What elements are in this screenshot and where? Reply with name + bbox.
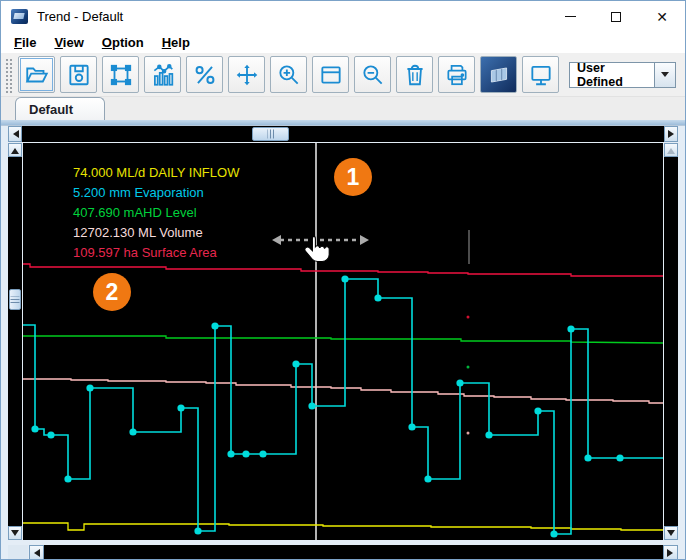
combobox-dropdown-button[interactable] [655,62,676,88]
zoom-in-button[interactable] [270,56,307,93]
legend-daily-inflow: 74.000 ML/d DAILY INFLOW [73,163,239,183]
minimize-button[interactable] [547,1,593,32]
window-icon [318,62,344,88]
callout-1-badge: 1 [334,158,372,196]
legend-level: 407.690 mAHD Level [73,203,239,223]
app-icon [11,9,28,24]
vscroll-left-thumb[interactable] [9,289,21,310]
map-view-button[interactable] [480,56,517,93]
legend-volume: 12702.130 ML Volume [73,223,239,243]
toolbar-grip[interactable] [4,57,12,93]
evaporation-marker-dot [227,450,234,457]
close-icon: ✕ [656,10,668,24]
preset-combobox[interactable]: User Defined [569,62,676,88]
vscroll-right-track[interactable] [664,157,678,526]
arrow-left-icon [9,130,19,138]
evaporation-marker-dot [86,384,93,391]
pan-icon [234,62,260,88]
legend-evaporation: 5.200 mm Evaporation [73,183,239,203]
open-button[interactable] [18,56,55,93]
hscroll-top-track[interactable] [22,126,664,142]
zoom-window-button[interactable] [102,56,139,93]
evaporation-marker-dot [584,454,591,461]
vscroll-left-track[interactable] [8,157,22,526]
printer-icon [444,62,470,88]
pan-button[interactable] [228,56,265,93]
hscroll-top-left-arrow[interactable] [8,126,22,142]
monitor-view-button[interactable] [522,56,559,93]
zoom-out-button[interactable] [354,56,391,93]
evaporation-marker-dot [456,379,463,386]
evaporation-marker-dot [374,294,381,301]
vscroll-right-up-arrow[interactable] [664,143,678,157]
save-button[interactable] [60,56,97,93]
evaporation-marker-dot [424,475,431,482]
arrow-right-icon [668,130,678,138]
evaporation-marker-dot [129,428,136,435]
evaporation-marker-dot [31,425,38,432]
evaporation-marker-dot [550,530,557,537]
new-window-button[interactable] [312,56,349,93]
trash-icon [402,62,428,88]
evaporation-marker-dot [47,431,54,438]
menu-option[interactable]: Option [93,35,153,50]
evaporation-marker-dot [534,407,541,414]
menu-file[interactable]: File [5,35,45,50]
percent-icon [192,62,218,88]
save-icon [66,62,92,88]
arrow-down-icon [667,530,675,540]
chart-frame: 74.000 ML/d DAILY INFLOW 5.200 mm Evapor… [1,125,685,560]
print-button[interactable] [438,56,475,93]
hscroll-top-thumb[interactable] [252,127,289,141]
arrow-up-icon [667,144,675,154]
evaporation-marker-dot [308,402,315,409]
hscroll-bottom-track[interactable] [44,545,663,560]
statistics-chart-icon [150,62,176,88]
delete-button[interactable] [396,56,433,93]
evaporation-marker-dot [341,275,348,282]
residual-mark [467,432,470,435]
maximize-button[interactable] [593,1,639,32]
maximize-icon [611,12,621,22]
evaporation-marker-dot [64,475,71,482]
hscroll-bottom-left-arrow[interactable] [29,545,44,560]
menu-help[interactable]: Help [153,35,199,50]
evaporation-marker-dot [292,360,299,367]
series-daily-inflow [23,523,663,530]
close-button[interactable]: ✕ [639,1,685,32]
app-window: Trend - Default ✕ File View Option Help [0,0,686,560]
minimize-icon [565,16,576,17]
evaporation-marker-dot [485,431,492,438]
zoom-out-icon [360,62,386,88]
open-folder-icon [24,62,50,88]
series-level [23,336,663,343]
zoom-window-icon [108,62,134,88]
arrow-down-icon [11,530,19,540]
evaporation-marker-dot [259,450,266,457]
vscroll-right-down-arrow[interactable] [664,526,678,540]
statistics-button[interactable] [144,56,181,93]
evaporation-marker-dot [177,404,184,411]
plot-area[interactable]: 74.000 ML/d DAILY INFLOW 5.200 mm Evapor… [23,143,663,540]
hscroll-bottom-right-arrow[interactable] [663,545,678,560]
menu-view[interactable]: View [45,35,92,50]
evaporation-marker-dot [567,325,574,332]
vscroll-left-up-arrow[interactable] [8,143,22,157]
preset-combobox-value[interactable]: User Defined [569,62,655,88]
window-title: Trend - Default [37,9,123,24]
residual-mark [467,316,470,319]
arrow-right-icon [667,549,677,557]
evaporation-marker-dot [211,322,218,329]
vscroll-left-down-arrow[interactable] [8,526,22,540]
series-volume [23,379,663,403]
tab-default[interactable]: Default [15,97,105,120]
tab-bar: Default [1,97,685,120]
monitor-icon [528,62,554,88]
hscroll-top-right-arrow[interactable] [664,126,678,142]
evaporation-marker-dot [408,423,415,430]
percent-button[interactable] [186,56,223,93]
arrow-left-icon [30,549,40,557]
map-icon [486,62,512,88]
residual-mark [467,366,470,369]
menu-bar: File View Option Help [1,32,685,53]
